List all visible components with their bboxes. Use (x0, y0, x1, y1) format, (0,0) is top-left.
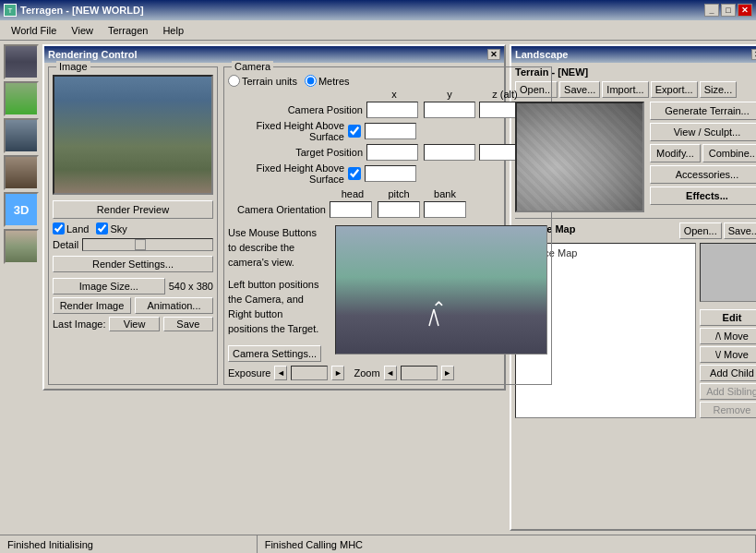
camera-group-label: Camera (232, 61, 273, 72)
terrain-units-label[interactable]: Terrain units (228, 75, 297, 87)
terrain-layout: Generate Terrain... View / Sculpt... Mod… (515, 102, 756, 212)
y-header: y (422, 89, 477, 100)
accessories-btn[interactable]: Accessories... (650, 165, 756, 184)
land-checkbox-label[interactable]: Land (53, 222, 89, 234)
image-size-value: 540 x 380 (169, 278, 213, 295)
render-preview-button[interactable]: Render Preview (53, 200, 213, 219)
rendering-control-close[interactable]: ✕ (487, 49, 500, 60)
left-sidebar: 3D (4, 44, 39, 531)
camera-settings-button[interactable]: Camera Settings... (228, 345, 321, 362)
surface-save-btn[interactable]: Save... (724, 222, 756, 239)
surface-map-right: Edit /\ Move \/ Move Add Child Add Sibli… (700, 243, 756, 418)
terrain-import-btn[interactable]: Import... (602, 81, 648, 98)
image-group-label: Image (56, 61, 90, 72)
landscape-close[interactable]: ✕ (751, 49, 756, 60)
landscape-title: Landscape (515, 49, 568, 60)
terrain-export-btn[interactable]: Export... (651, 81, 698, 98)
terrain-units-radio[interactable] (228, 75, 240, 87)
maximize-button[interactable]: □ (721, 4, 736, 17)
rendering-control-title-bar: Rendering Control ✕ (44, 46, 504, 63)
save-lastimage-button[interactable]: Save (163, 317, 213, 331)
menu-worldfile[interactable]: World File (4, 23, 64, 38)
effects-btn[interactable]: Effects... (650, 186, 756, 205)
sky-checkbox[interactable] (96, 222, 108, 234)
menu-help[interactable]: Help (155, 23, 191, 38)
add-child-btn[interactable]: Add Child (700, 365, 756, 381)
zoom-left-btn[interactable]: ◄ (384, 366, 397, 380)
combine-btn[interactable]: Combine... (702, 144, 756, 162)
image-size-button[interactable]: Image Size... (53, 278, 165, 295)
modify-btn[interactable]: Modify... (650, 144, 701, 162)
exposure-right-btn[interactable]: ► (331, 366, 344, 380)
view-button[interactable]: View (109, 317, 159, 331)
title-bar: T Terragen - [NEW WORLD] _ □ ✕ (0, 0, 756, 20)
animation-button[interactable]: Animation... (135, 297, 213, 314)
surface-map-preview (700, 243, 756, 302)
menu-view[interactable]: View (64, 23, 101, 38)
close-button[interactable]: ✕ (738, 4, 752, 17)
target-x-input[interactable]: 4260,m (366, 144, 418, 161)
sidebar-thumb-1[interactable] (4, 44, 39, 79)
head-input[interactable]: -8.13 (330, 201, 372, 218)
fixed-height-2-checkbox[interactable] (348, 167, 361, 180)
fixed-height-1-input[interactable]: 30,m (365, 123, 416, 139)
units-radio-row: Terrain units Metres (228, 75, 547, 87)
zoom-track[interactable] (401, 366, 438, 380)
sidebar-thumb-4[interactable] (4, 155, 39, 190)
status-right: Finished Calling MHC (258, 535, 756, 553)
render-anim-row: Render Image Animation... (53, 297, 213, 314)
menu-bar: World File View Terragen Help (0, 20, 756, 41)
sidebar-thumb-3[interactable] (4, 118, 39, 153)
sidebar-thumb-5[interactable] (4, 229, 39, 264)
camera-position-label: Camera Position (228, 104, 366, 115)
render-settings-button[interactable]: Render Settings... (53, 256, 213, 272)
sky-checkbox-label[interactable]: Sky (96, 222, 126, 234)
add-sibling-btn[interactable]: Add Sibling (700, 383, 756, 400)
cam-y-input[interactable]: 600,m (424, 102, 475, 118)
exposure-left-btn[interactable]: ◄ (274, 366, 287, 380)
fixed-height-1-checkbox[interactable] (348, 125, 361, 138)
rendering-control-window: Rendering Control ✕ Image Render Preview (42, 44, 506, 391)
window-title: Terragen - [NEW WORLD] (20, 5, 144, 16)
terrain-right-buttons: Generate Terrain... View / Sculpt... Mod… (650, 102, 756, 212)
pitch-header: pitch (376, 188, 422, 199)
sidebar-thumb-3d[interactable]: 3D (4, 192, 39, 227)
surface-open-btn[interactable]: Open... (679, 222, 722, 239)
svg-line-1 (434, 309, 438, 326)
landscape-title-bar: Landscape ✕ (511, 46, 756, 63)
fixed-height-2-input[interactable]: 0,m (365, 165, 416, 182)
minimize-button[interactable]: _ (704, 4, 719, 17)
bank-input[interactable]: 0, (424, 201, 466, 218)
rendering-control-title: Rendering Control (48, 49, 138, 60)
sidebar-thumb-2[interactable] (4, 81, 39, 116)
terrain-preview (515, 102, 644, 212)
edit-btn[interactable]: Edit (700, 309, 756, 326)
target-y-input[interactable]: 1860,m (424, 144, 475, 161)
camera-viewport[interactable]: ⌃ (335, 225, 547, 355)
status-bar: Finished Initialising Finished Calling M… (0, 535, 756, 553)
metres-label[interactable]: Metres (305, 75, 350, 87)
render-image-button[interactable]: Render Image (53, 297, 131, 314)
image-preview (53, 75, 213, 195)
pitch-input[interactable]: -7.39 (378, 201, 420, 218)
last-image-label: Last Image: (53, 319, 105, 330)
terrain-size-btn[interactable]: Size... (700, 81, 738, 98)
move-down-btn[interactable]: \/ Move (700, 346, 756, 363)
land-checkbox[interactable] (53, 222, 65, 234)
exposure-track[interactable] (291, 366, 328, 380)
view-sculpt-btn[interactable]: View / Sculpt... (650, 123, 756, 141)
generate-terrain-btn[interactable]: Generate Terrain... (650, 102, 756, 120)
remove-btn[interactable]: Remove (700, 402, 756, 418)
x-header: x (366, 89, 422, 100)
move-up-btn[interactable]: /\ Move (700, 328, 756, 344)
metres-radio[interactable] (305, 75, 317, 87)
zoom-right-btn[interactable]: ► (441, 366, 454, 380)
zoom-label: Zoom (354, 367, 379, 379)
cam-x-input[interactable]: 4440,m (366, 102, 418, 118)
z-header: z (alt) (477, 89, 533, 100)
terrain-save-btn[interactable]: Save... (559, 81, 600, 98)
crosshair-svg (420, 309, 448, 328)
rendering-control-content: Image Render Preview Land (44, 63, 504, 389)
bank-header: bank (422, 188, 468, 199)
menu-terragen[interactable]: Terragen (101, 23, 155, 38)
